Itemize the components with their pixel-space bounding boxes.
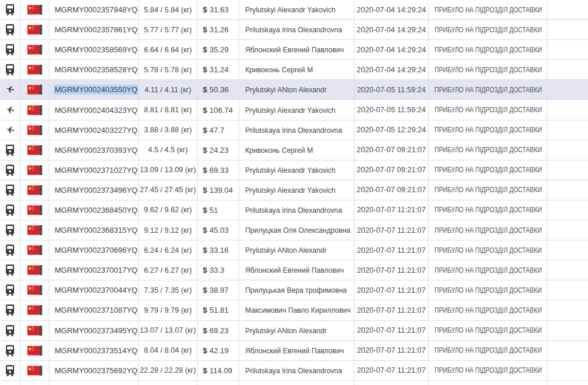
price-value: 35.29	[209, 45, 229, 54]
date-cell: 2020-07-07 11:21:07	[355, 361, 429, 380]
empty-cell	[547, 180, 588, 200]
price-cell: $31.63	[198, 0, 239, 19]
china-flag-icon	[27, 346, 42, 356]
shipment-row[interactable]: MGRMY0002371027YQ13.09 / 13.09 (кг)$69.3…	[0, 160, 588, 180]
date-cell: 2020-07-04 14:29:24	[355, 0, 429, 19]
shipment-row[interactable]: MGRMY0002358528YQ5.78 / 5.78 (кг)$31.24К…	[0, 60, 588, 80]
currency-symbol: $	[203, 166, 207, 175]
tracking-code: MGRMY0002373496YQ	[55, 186, 138, 195]
recipient-name: Prylutskyi Alexandr Yakovich	[245, 186, 335, 195]
status-cell: ПРИБУЛО НА ПІДРОЗДІЛ ДОСТАВКИ	[429, 140, 547, 160]
tracking-code-cell: MGRMY0002357861YQ	[49, 20, 139, 39]
date-cell: 2020-07-04 14:29:24	[355, 20, 429, 39]
shipment-row[interactable]: MGRMY0002357848YQ5.84 / 5.84 (кг)$31.63P…	[0, 0, 588, 20]
status-datetime: 2020-07-07 11:21:07	[357, 246, 426, 255]
shipment-row[interactable]: MGRMY0002373495YQ13.07 / 13.07 (кг)$69.2…	[0, 321, 588, 341]
china-flag-icon	[27, 65, 42, 75]
weight-value: 27.45 / 27.45 (кг)	[140, 186, 196, 194]
date-cell	[355, 381, 429, 385]
origin-flag-cell	[21, 140, 49, 160]
status-datetime: 2020-07-04 14:29:24	[357, 6, 426, 14]
china-flag-icon	[27, 366, 42, 376]
tracking-code: MGRMY0002358528YQ	[55, 65, 138, 74]
china-flag-icon	[27, 125, 42, 135]
shipment-row[interactable]: MGRMY0002373496YQ27.45 / 27.45 (кг)$139.…	[0, 180, 588, 200]
currency-symbol: $	[203, 186, 207, 195]
shipment-row[interactable]: MGRMY0002370696YQ6.24 / 6.24 (кг)$33.16P…	[0, 240, 588, 260]
origin-flag-cell	[21, 300, 49, 320]
status-text: ПРИБУЛО НА ПІДРОЗДІЛ ДОСТАВКИ	[435, 306, 542, 314]
train-icon	[4, 204, 16, 216]
shipment-row[interactable]: MGRMY0002370393YQ4.5 / 4.5 (кг)$24.23Кри…	[0, 140, 588, 160]
transport-cell	[0, 341, 21, 360]
price-cell: $47.7	[198, 120, 239, 140]
price-cell: $114.09	[198, 361, 239, 380]
date-cell: 2020-07-04 14:29:24	[355, 60, 429, 79]
shipment-row[interactable]: MGRMY0002375692YQ22.28 / 22.28 (кг)$114.…	[0, 361, 588, 381]
shipment-row[interactable]: ✈ MGRMY0002403550YQ4.11 / 4.11 (кг)$50.3…	[0, 80, 588, 100]
shipment-row[interactable]: MGRMY0002370044YQ7.35 / 7.35 (кг)$38.97П…	[0, 280, 588, 300]
tracking-code-cell: MGRMY0002373495YQ	[49, 321, 139, 340]
status-text: ПРИБУЛО НА ПІДРОЗДІЛ ДОСТАВКИ	[435, 286, 542, 294]
date-cell: 2020-07-07 11:21:07	[355, 280, 429, 300]
date-cell: 2020-07-07 09:21:07	[355, 180, 429, 200]
empty-cell	[547, 140, 588, 160]
weight-value: 5.77 / 5.77 (кг)	[144, 26, 192, 34]
status-datetime: 2020-07-07 11:21:07	[357, 306, 426, 314]
shipment-row[interactable]: MGRMY0002368315YQ9.12 / 9.12 (кг)$45.03П…	[0, 220, 588, 240]
shipment-row[interactable]: MGRMY0002357861YQ5.77 / 5.77 (кг)$31.26P…	[0, 20, 588, 40]
price-value: 51	[209, 206, 218, 215]
shipment-row[interactable]: MGRMY0002373514YQ8.04 / 8.04 (кг)$42.19Я…	[0, 341, 588, 361]
train-icon	[4, 43, 16, 56]
price-cell: $106.74	[198, 100, 239, 119]
china-flag-icon	[27, 185, 42, 195]
recipient-cell: Prilutskaya Irina Olexandrovna	[239, 120, 355, 140]
origin-flag-cell	[21, 100, 49, 119]
tracking-code: MGRMY0002368315YQ	[55, 226, 138, 235]
weight-value: 4.5 / 4.5 (кг)	[148, 146, 188, 154]
weight-cell: 7.35 / 7.35 (кг)	[139, 280, 198, 300]
tracking-code-cell: MGRMY0002403550YQ	[49, 80, 139, 99]
weight-value: 7.35 / 7.35 (кг)	[144, 286, 192, 294]
status-cell: ПРИБУЛО НА ПІДРОЗДІЛ ДОСТАВКИ	[429, 280, 547, 300]
shipment-row[interactable]: ✈ MGRMY0002404323YQ8.81 / 8.81 (кг)$106.…	[0, 100, 588, 120]
tracking-code-cell	[49, 381, 139, 385]
recipient-cell: Prilutskaya Irina Olexandrovna	[239, 200, 355, 220]
shipment-row[interactable]: MGRMY0002358569YQ6.64 / 6.64 (кг)$35.29Я…	[0, 40, 588, 60]
shipment-row[interactable]: ✈ MGRMY0002403227YQ3.88 / 3.88 (кг)$47.7…	[0, 120, 588, 140]
plane-icon: ✈	[5, 104, 15, 116]
price-value: 31.26	[209, 25, 229, 34]
train-icon	[4, 284, 16, 296]
empty-cell	[547, 40, 588, 59]
shipment-row[interactable]: MGRMY0002371087YQ9.79 / 9.79 (кг)$51.81М…	[0, 300, 588, 320]
recipient-cell: Прилуцькая Вера трофимовна	[239, 280, 355, 300]
weight-cell: 9.79 / 9.79 (кг)	[139, 300, 198, 320]
shipment-row[interactable]: MGRMY0002370017YQ6.27 / 6.27 (кг)$33.3Яб…	[0, 260, 588, 280]
currency-symbol: $	[203, 5, 207, 14]
origin-flag-cell	[21, 160, 49, 180]
status-cell: ПРИБУЛО НА ПІДРОЗДІЛ ДОСТАВКИ	[429, 260, 547, 280]
shipment-row-partial[interactable]	[0, 381, 588, 385]
weight-value: 22.28 / 22.28 (кг)	[140, 366, 196, 374]
empty-cell	[547, 341, 588, 360]
china-flag-icon	[27, 205, 42, 215]
price-value: 47.7	[209, 126, 224, 135]
empty-cell	[547, 361, 588, 380]
empty-cell	[547, 381, 588, 385]
status-cell: ПРИБУЛО НА ПІДРОЗДІЛ ДОСТАВКИ	[429, 0, 547, 19]
status-text: ПРИБУЛО НА ПІДРОЗДІЛ ДОСТАВКИ	[435, 326, 542, 334]
transport-cell: ✈	[0, 100, 21, 119]
origin-flag-cell	[21, 20, 49, 39]
recipient-cell: Prylutskyi Alexandr Yakovich	[239, 180, 355, 200]
tracking-code: MGRMY0002373495YQ	[55, 326, 138, 335]
currency-symbol: $	[203, 146, 207, 155]
status-datetime: 2020-07-07 11:21:07	[357, 226, 426, 235]
transport-cell	[0, 260, 21, 280]
recipient-cell: Prilutskaya Irina Olexandrovna	[239, 20, 355, 39]
tracking-code: MGRMY0002375692YQ	[55, 366, 138, 375]
shipment-row[interactable]: MGRMY0002368450YQ9.62 / 9.62 (кг)$51Pril…	[0, 200, 588, 220]
status-text: ПРИБУЛО НА ПІДРОЗДІЛ ДОСТАВКИ	[435, 86, 542, 94]
transport-cell	[0, 0, 21, 19]
price-cell: $69.23	[198, 321, 239, 340]
weight-cell: 6.64 / 6.64 (кг)	[139, 40, 198, 59]
